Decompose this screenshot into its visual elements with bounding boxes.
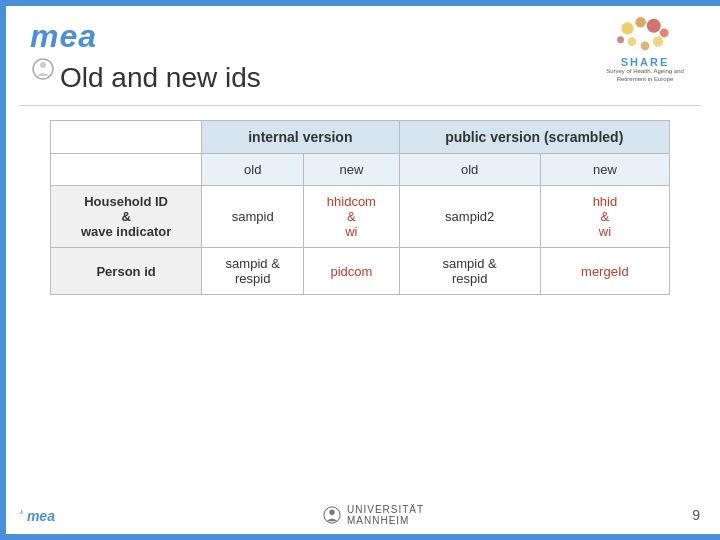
left-accent-bar bbox=[0, 0, 6, 540]
share-logo: SHARE Survey of Health, Ageing and Retir… bbox=[600, 14, 690, 84]
subheader-old-internal: old bbox=[202, 154, 304, 186]
svg-point-2 bbox=[621, 22, 633, 34]
subheader-new-internal: new bbox=[304, 154, 399, 186]
ids-table-container: internal version public version (scrambl… bbox=[50, 120, 670, 295]
header-public: public version (scrambled) bbox=[399, 121, 670, 154]
cell-public-new-person: mergeId bbox=[540, 248, 669, 295]
university-emblem bbox=[323, 506, 341, 524]
footer-page-number: 9 bbox=[692, 507, 700, 523]
bottom-accent-bar bbox=[0, 534, 720, 540]
cell-public-old-household: sampid2 bbox=[399, 186, 540, 248]
share-text: SHARE bbox=[621, 56, 670, 68]
cell-internal-new-person: pidcom bbox=[304, 248, 399, 295]
svg-point-8 bbox=[628, 37, 637, 46]
row-label-person: Person id bbox=[51, 248, 202, 295]
mea-logo: mea bbox=[30, 18, 97, 55]
table-row: Household ID&wave indicator sampid hhidc… bbox=[51, 186, 670, 248]
cell-internal-old-household: sampid bbox=[202, 186, 304, 248]
row-label-household: Household ID&wave indicator bbox=[51, 186, 202, 248]
svg-point-3 bbox=[635, 17, 646, 28]
cell-internal-old-person: sampid &respid bbox=[202, 248, 304, 295]
subheader-new-public: new bbox=[540, 154, 669, 186]
svg-point-11 bbox=[329, 510, 334, 515]
emblem-icon bbox=[32, 58, 54, 80]
university-name: UNIVERSITÄTMANNHEIM bbox=[347, 504, 424, 526]
table-row: Person id sampid &respid pidcom sampid &… bbox=[51, 248, 670, 295]
footer-mea-logo: › mea bbox=[20, 507, 55, 524]
header-internal: internal version bbox=[202, 121, 399, 154]
svg-point-4 bbox=[647, 19, 661, 33]
cell-internal-new-household: hhidcom&wi bbox=[304, 186, 399, 248]
cell-public-new-household: hhid&wi bbox=[540, 186, 669, 248]
subheader-old-public: old bbox=[399, 154, 540, 186]
page-title: Old and new ids bbox=[60, 62, 261, 94]
ids-table: internal version public version (scrambl… bbox=[50, 120, 670, 295]
svg-point-6 bbox=[653, 36, 664, 47]
footer: › mea UNIVERSITÄTMANNHEIM 9 bbox=[20, 504, 700, 526]
svg-point-9 bbox=[617, 36, 624, 43]
cell-public-old-person: sampid &respid bbox=[399, 248, 540, 295]
svg-point-5 bbox=[660, 28, 669, 37]
footer-university: UNIVERSITÄTMANNHEIM bbox=[323, 504, 424, 526]
corner-cell-1 bbox=[51, 121, 202, 154]
share-logo-graphic bbox=[610, 14, 680, 56]
top-accent-bar bbox=[0, 0, 720, 6]
svg-point-1 bbox=[40, 62, 46, 68]
corner-cell-2 bbox=[51, 154, 202, 186]
share-subtext: Survey of Health, Ageing and Retirement … bbox=[600, 68, 690, 84]
title-divider bbox=[20, 105, 700, 106]
svg-point-7 bbox=[641, 42, 650, 51]
footer-mea-text: mea bbox=[27, 507, 55, 523]
footer-mea-superscript: › bbox=[20, 507, 23, 517]
